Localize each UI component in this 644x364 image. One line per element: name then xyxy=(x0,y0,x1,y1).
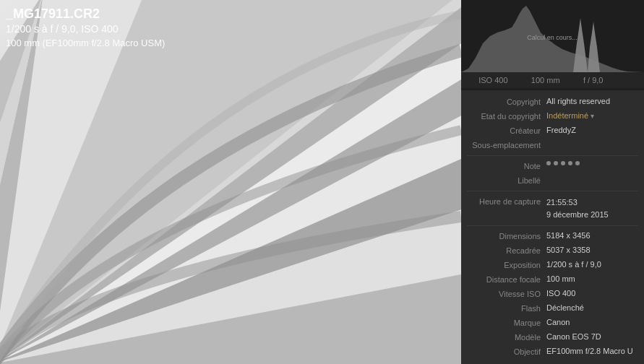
dropdown-arrow[interactable]: ▾ xyxy=(591,112,594,120)
meta-value-exposure: 1/200 s à f / 9,0 xyxy=(546,260,638,269)
photo-image xyxy=(0,0,461,364)
meta-row-focal-length: Distance focale 100 mm xyxy=(461,272,644,287)
rating-dot-4[interactable] xyxy=(568,161,572,165)
meta-label-flash: Flash xyxy=(467,303,546,313)
meta-label-cropped: Recadrée xyxy=(467,246,546,255)
rating-dot-1[interactable] xyxy=(546,161,551,165)
meta-divider-3 xyxy=(467,225,638,226)
meta-row-exposure: Exposition 1/200 s à f / 9,0 xyxy=(461,258,644,272)
right-panel: Calcul en cours... ISO 400 100 mm f / 9,… xyxy=(461,0,644,364)
meta-label-model: Modèle xyxy=(467,332,546,342)
meta-label-sublocation: Sous-emplacement xyxy=(467,140,546,150)
meta-value-brand: Canon xyxy=(546,318,638,326)
meta-label-lens: Objectif xyxy=(467,347,546,356)
meta-value-iso: ISO 400 xyxy=(546,289,638,298)
meta-row-flash: Flash Déclenché xyxy=(461,301,644,316)
meta-row-model: Modèle Canon EOS 7D xyxy=(461,330,644,344)
meta-row-rating: Note xyxy=(461,159,644,173)
stat-iso: ISO 400 xyxy=(478,76,507,84)
meta-value-model: Canon EOS 7D xyxy=(546,332,638,341)
meta-row-copyright-status: Etat du copyright Indéterminé ▾ xyxy=(461,109,644,124)
rating-dot-5[interactable] xyxy=(575,161,580,165)
rating-dots xyxy=(546,161,638,165)
meta-row-label: Libellé xyxy=(461,173,644,188)
capture-time-date: 9 décembre 2015 xyxy=(546,209,638,221)
photo-exposure: 1/200 s à f / 9,0, ISO 400 xyxy=(6,22,165,37)
meta-row-lens: Objectif EF100mm f/2.8 Macro U xyxy=(461,344,644,359)
capture-time-time: 21:55:53 xyxy=(546,196,638,209)
meta-label-focal-length: Distance focale xyxy=(467,274,546,284)
svg-text:Calcul en cours...: Calcul en cours... xyxy=(527,34,578,41)
metadata-area[interactable]: Copyright All rights reserved Etat du co… xyxy=(461,90,644,364)
photo-info-overlay: _MG17911.CR2 1/200 s à f / 9,0, ISO 400 … xyxy=(6,6,165,50)
meta-value-focal-length: 100 mm xyxy=(546,274,638,283)
histogram-area: Calcul en cours... ISO 400 100 mm f / 9,… xyxy=(461,0,644,90)
meta-value-copyright-status[interactable]: Indéterminé ▾ xyxy=(546,111,638,120)
meta-row-cropped: Recadrée 5037 x 3358 xyxy=(461,243,644,258)
photo-title: _MG17911.CR2 xyxy=(6,6,165,22)
meta-label-label: Libellé xyxy=(467,176,546,185)
meta-row-creator: Créateur FreddyZ xyxy=(461,124,644,138)
meta-label-rating: Note xyxy=(467,161,546,170)
meta-label-copyright: Copyright xyxy=(467,97,546,106)
meta-label-capture-time: Heure de capture xyxy=(467,196,546,206)
meta-value-copyright: All rights reserved xyxy=(546,97,638,105)
meta-value-lens: EF100mm f/2.8 Macro U xyxy=(546,347,638,355)
meta-row-copyright: Copyright All rights reserved xyxy=(461,95,644,109)
meta-label-creator: Créateur xyxy=(467,126,546,135)
meta-value-flash: Déclenché xyxy=(546,303,638,312)
meta-divider-1 xyxy=(467,155,638,156)
meta-label-copyright-status: Etat du copyright xyxy=(467,111,546,121)
photo-lens: 100 mm (EF100mm f/2.8 Macro USM) xyxy=(6,37,165,50)
meta-row-dimensions: Dimensions 5184 x 3456 xyxy=(461,229,644,243)
meta-row-sublocation: Sous-emplacement xyxy=(461,138,644,152)
histogram-stats: ISO 400 100 mm f / 9,0 xyxy=(461,72,644,88)
stat-focal: 100 mm xyxy=(531,76,560,84)
meta-value-creator: FreddyZ xyxy=(546,126,638,134)
meta-value-cropped: 5037 x 3358 xyxy=(546,246,638,254)
meta-label-brand: Marque xyxy=(467,318,546,327)
meta-value-dimensions: 5184 x 3456 xyxy=(546,231,638,240)
meta-label-exposure: Exposition xyxy=(467,260,546,269)
meta-divider-2 xyxy=(467,191,638,191)
capture-time-lines: 21:55:53 9 décembre 2015 xyxy=(546,196,638,220)
rating-dot-3[interactable] xyxy=(561,161,565,165)
meta-row-capture-time: Heure de capture 21:55:53 9 décembre 201… xyxy=(461,194,644,222)
photo-panel: _MG17911.CR2 1/200 s à f / 9,0, ISO 400 … xyxy=(0,0,461,364)
meta-value-rating[interactable] xyxy=(546,161,638,165)
meta-label-iso: Vitesse ISO xyxy=(467,289,546,298)
meta-row-brand: Marque Canon xyxy=(461,316,644,330)
histogram-canvas: Calcul en cours... xyxy=(461,0,644,72)
meta-label-dimensions: Dimensions xyxy=(467,231,546,240)
stat-aperture: f / 9,0 xyxy=(583,76,604,84)
meta-row-iso: Vitesse ISO ISO 400 xyxy=(461,287,644,301)
rating-dot-2[interactable] xyxy=(554,161,558,165)
meta-value-capture-time: 21:55:53 9 décembre 2015 xyxy=(546,196,638,220)
